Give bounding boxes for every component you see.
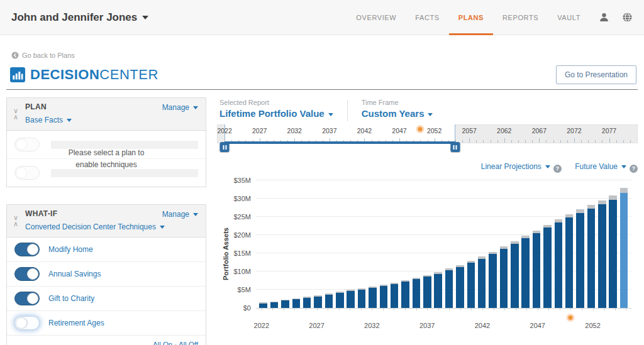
chart-bar-2032[interactable]: [369, 180, 377, 308]
nav-tab-overview[interactable]: OVERVIEW: [347, 0, 406, 35]
all-on-link[interactable]: All On: [153, 341, 172, 345]
chart-bar-2031[interactable]: [358, 180, 366, 308]
chart-bar-2025[interactable]: [292, 180, 301, 308]
plan-select-dropdown[interactable]: Base Facts: [25, 116, 72, 124]
nav-tab-vault[interactable]: VAULT: [548, 0, 590, 35]
chart-bar-2050[interactable]: [565, 180, 574, 308]
timeline-slider[interactable]: 2022202720322037204220472052205720622067…: [217, 124, 638, 143]
chart-bar-2022[interactable]: [259, 180, 267, 308]
chart-bars: [256, 180, 631, 308]
chart-bar-2035[interactable]: [401, 180, 409, 308]
report-main: Selected Report Lifetime Portfolio Value…: [217, 97, 638, 345]
chart-bar-2041[interactable]: [467, 180, 475, 308]
technique-label[interactable]: Gift to Charity: [48, 294, 94, 303]
chevron-down-icon: [328, 113, 333, 116]
chart-bar-2040[interactable]: [456, 180, 464, 308]
technique-row: Retirement Ages: [7, 311, 206, 336]
chart-bar-2052[interactable]: [587, 180, 596, 308]
selected-report-dropdown[interactable]: Lifetime Portfolio Value: [219, 108, 333, 119]
timeline-year-label: 2037: [322, 127, 336, 134]
timeline-selected-bar: [225, 141, 455, 144]
whatif-manage-dropdown[interactable]: Manage: [162, 210, 198, 219]
chart-bar-2054[interactable]: [609, 180, 617, 308]
plan-panel-title: PLAN: [25, 102, 156, 111]
nav-tab-plans[interactable]: PLANS: [449, 0, 493, 35]
chart-bar-2024[interactable]: [281, 180, 289, 308]
chart-bar-2037[interactable]: [423, 180, 431, 308]
whatif-select-dropdown[interactable]: Converted Decision Center Techniques: [25, 222, 165, 231]
time-frame-label: Time Frame: [362, 99, 433, 106]
chart-bar-2043[interactable]: [489, 180, 497, 308]
y-tick-label: $35M: [233, 177, 256, 184]
timeline-handle-left[interactable]: [220, 142, 230, 152]
chevron-down-icon: [160, 226, 165, 229]
collapse-chevrons-icon[interactable]: ∨∧: [13, 209, 18, 232]
user-icon[interactable]: [599, 12, 609, 23]
plan-panel-body: Please select a plan to enable technique…: [7, 131, 206, 187]
plan-manage-dropdown[interactable]: Manage: [162, 103, 198, 112]
projection-type-dropdown[interactable]: Linear Projections: [481, 162, 550, 171]
help-icon[interactable]: ?: [630, 165, 638, 173]
dot-separator: ·: [174, 341, 177, 345]
chart-bar-2023[interactable]: [270, 180, 279, 308]
nav-tab-facts[interactable]: FACTS: [406, 0, 448, 35]
timeline-year-label: 2072: [567, 127, 581, 134]
value-type-dropdown[interactable]: Future Value: [575, 162, 626, 171]
technique-label[interactable]: Modify Home: [48, 245, 93, 254]
client-selector[interactable]: John and Jennifer Jones: [11, 11, 148, 24]
chart-bar-2033[interactable]: [380, 180, 388, 308]
chart-bar-2026[interactable]: [303, 180, 311, 308]
whatif-panel: ∨∧ WHAT-IF Converted Decision Center Tec…: [6, 204, 206, 345]
globe-icon[interactable]: [622, 12, 633, 23]
y-tick-label: $0: [243, 304, 256, 312]
chart-bar-2053[interactable]: [598, 180, 606, 308]
toggle-modify-home[interactable]: [14, 243, 40, 256]
primary-nav: OVERVIEWFACTSPLANSREPORTSVAULT: [347, 0, 590, 35]
chart-bar-2055[interactable]: [620, 180, 628, 308]
chart-bar-2042[interactable]: [478, 180, 486, 308]
chart-bar-2048[interactable]: [543, 180, 552, 308]
time-frame-dropdown[interactable]: Custom Years: [362, 108, 433, 119]
chart-bar-2028[interactable]: [325, 180, 333, 308]
chart-bar-2047[interactable]: [533, 180, 541, 308]
back-to-plans-link[interactable]: Go back to Plans: [11, 52, 75, 59]
chart-bar-2038[interactable]: [434, 180, 442, 308]
collapse-chevrons-icon[interactable]: ∨∧: [13, 102, 18, 125]
chevron-down-icon: [545, 165, 550, 168]
toggle-annual-savings[interactable]: [14, 267, 40, 281]
timeline-event-marker[interactable]: [418, 127, 423, 131]
chart-bar-2045[interactable]: [511, 180, 519, 308]
y-tick-label: $30M: [233, 195, 256, 202]
all-off-link[interactable]: All Off: [179, 341, 198, 345]
client-name: John and Jennifer Jones: [11, 11, 137, 24]
selected-report-group: Selected Report Lifetime Portfolio Value: [219, 99, 333, 119]
y-tick-label: $25M: [233, 213, 256, 221]
chart-bar-2051[interactable]: [576, 180, 584, 308]
chart-bar-2039[interactable]: [445, 180, 453, 308]
chart-bar-2044[interactable]: [500, 180, 508, 308]
back-arrow-icon: [11, 52, 19, 59]
chart-bar-2046[interactable]: [521, 180, 530, 308]
technique-label[interactable]: Retirement Ages: [48, 319, 104, 327]
portfolio-chart: Portfolio Assets $0$5M$10M$15M$20M$25M$3…: [217, 175, 638, 345]
technique-label[interactable]: Annual Savings: [48, 270, 101, 278]
chart-bar-2036[interactable]: [413, 180, 421, 308]
chart-bar-2049[interactable]: [555, 180, 563, 308]
toggle-gift-to-charity[interactable]: [14, 292, 40, 305]
nav-tab-reports[interactable]: REPORTS: [493, 0, 548, 35]
x-tick-label: 2032: [364, 322, 379, 329]
toggle-retirement-ages[interactable]: [14, 316, 40, 330]
decision-center-app: John and Jennifer Jones OVERVIEWFACTSPLA…: [0, 0, 644, 345]
timeline-handle-right[interactable]: [450, 142, 460, 152]
chart-bar-2027[interactable]: [314, 180, 322, 308]
chart-bar-2034[interactable]: [391, 180, 399, 308]
decision-center-logo: DECISIONCENTER: [10, 67, 158, 83]
help-icon[interactable]: ?: [553, 165, 562, 173]
chevron-down-icon: [142, 16, 148, 19]
chart-event-marker[interactable]: [569, 315, 573, 320]
chart-bar-2030[interactable]: [347, 180, 355, 308]
go-to-presentation-button[interactable]: Go to Presentation: [556, 65, 636, 84]
report-controls: Selected Report Lifetime Portfolio Value…: [217, 97, 638, 124]
chart-bar-2029[interactable]: [336, 180, 344, 308]
y-tick-label: $15M: [233, 249, 256, 257]
